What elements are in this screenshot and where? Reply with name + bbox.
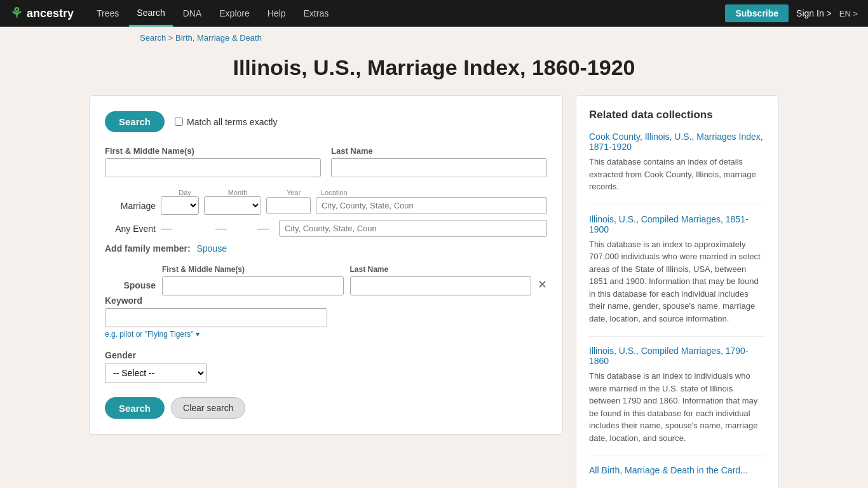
- year-sub-label: Year: [271, 189, 316, 196]
- collection-item-0: Cook County, Illinois, U.S., Marriages I…: [589, 132, 766, 193]
- first-name-label: First & Middle Name(s): [105, 146, 321, 156]
- top-navigation: ⚘ ancestry Trees Search DNA Explore Help…: [0, 0, 868, 27]
- subscribe-button[interactable]: Subscribe: [725, 4, 789, 22]
- divider-1: [589, 336, 766, 337]
- spouse-row: Spouse First & Middle Name(s) Last Name …: [105, 265, 547, 295]
- marriage-row: Marriage: [105, 196, 547, 215]
- search-panel: Search Match all terms exactly First & M…: [89, 95, 563, 435]
- match-exact-label[interactable]: Match all terms exactly: [175, 117, 277, 127]
- collection-link-1[interactable]: Illinois, U.S., Compiled Marriages, 1851…: [589, 214, 766, 234]
- last-name-group: Last Name: [331, 146, 547, 177]
- nav-link-explore[interactable]: Explore: [212, 0, 257, 27]
- bottom-buttons: Search Clear search: [105, 397, 547, 419]
- any-event-dash3: —: [257, 222, 269, 235]
- marriage-location-input[interactable]: [316, 197, 547, 214]
- search-top-bar: Search Match all terms exactly: [105, 111, 547, 132]
- breadcrumb: Search > Birth, Marriage & Death: [0, 27, 868, 49]
- keyword-section: Keyword e.g. pilot or "Flying Tigers" ▾: [105, 295, 547, 339]
- last-name-input[interactable]: [331, 158, 547, 177]
- divider-2: [589, 456, 766, 456]
- name-row: First & Middle Name(s) Last Name: [105, 146, 547, 177]
- any-event-row: Any Event — — —: [105, 220, 547, 237]
- related-title: Related data collections: [589, 109, 766, 121]
- nav-link-extras[interactable]: Extras: [296, 0, 337, 27]
- right-panel: Related data collections Cook County, Il…: [576, 95, 779, 488]
- nav-link-dna[interactable]: DNA: [175, 0, 210, 27]
- marriage-label: Marriage: [105, 201, 156, 211]
- divider-0: [589, 205, 766, 205]
- language-selector[interactable]: EN >: [839, 9, 858, 18]
- any-event-label: Any Event: [105, 224, 156, 234]
- collection-link-0[interactable]: Cook County, Illinois, U.S., Marriages I…: [589, 132, 766, 152]
- any-event-location-input[interactable]: [279, 220, 547, 237]
- breadcrumb-separator: >: [168, 33, 175, 43]
- last-name-label: Last Name: [331, 146, 547, 156]
- main-layout: Search Match all terms exactly First & M…: [0, 95, 868, 488]
- signin-link[interactable]: Sign In >: [796, 8, 832, 18]
- day-sub-label: Day: [166, 189, 204, 196]
- collection-link-3[interactable]: All Birth, Marriage & Death in the Card.…: [589, 465, 766, 475]
- marriage-year-input[interactable]: [266, 197, 311, 214]
- spouse-last-name-col: Last Name: [350, 265, 532, 295]
- collection-item-2: Illinois, U.S., Compiled Marriages, 1790…: [589, 346, 766, 444]
- keyword-label: Keyword: [105, 295, 547, 306]
- month-sub-label: Month: [209, 189, 266, 196]
- any-event-dash2: —: [215, 222, 227, 235]
- remove-spouse-button[interactable]: ✕: [538, 278, 547, 295]
- spouse-first-name-input[interactable]: [162, 276, 344, 295]
- keyword-input[interactable]: [105, 308, 327, 327]
- gender-select[interactable]: -- Select -- Male Female: [105, 363, 207, 383]
- spouse-name-fields: First & Middle Name(s) Last Name: [162, 265, 531, 295]
- spouse-last-name-input[interactable]: [350, 276, 532, 295]
- gender-section: Gender -- Select -- Male Female: [105, 350, 547, 383]
- collection-item-1: Illinois, U.S., Compiled Marriages, 1851…: [589, 214, 766, 325]
- nav-link-search[interactable]: Search: [129, 0, 172, 27]
- match-exact-checkbox[interactable]: [175, 118, 183, 126]
- search-button-top[interactable]: Search: [105, 111, 165, 132]
- add-spouse-link[interactable]: Spouse: [196, 243, 226, 254]
- logo-text: ancestry: [27, 7, 74, 20]
- breadcrumb-category[interactable]: Birth, Marriage & Death: [175, 33, 262, 43]
- collection-desc-2: This database is an index to individuals…: [589, 370, 766, 444]
- nav-link-trees[interactable]: Trees: [89, 0, 126, 27]
- location-sub-label: Location: [321, 189, 547, 196]
- gender-label: Gender: [105, 350, 547, 360]
- spouse-last-name-label: Last Name: [350, 265, 532, 274]
- first-name-input[interactable]: [105, 158, 321, 177]
- spouse-first-name-label: First & Middle Name(s): [162, 265, 344, 274]
- clear-search-button[interactable]: Clear search: [171, 397, 245, 419]
- page-title: Illinois, U.S., Marriage Index, 1860-192…: [0, 49, 868, 95]
- date-sub-labels: Day Month Year Location: [166, 189, 547, 196]
- any-event-dash1: —: [161, 222, 172, 235]
- logo[interactable]: ⚘ ancestry: [10, 5, 74, 22]
- nav-right: Subscribe Sign In > EN >: [725, 4, 858, 22]
- spouse-first-name-col: First & Middle Name(s): [162, 265, 344, 295]
- add-family-label: Add family member:: [105, 243, 191, 254]
- breadcrumb-search[interactable]: Search: [140, 33, 166, 43]
- search-button-bottom[interactable]: Search: [105, 397, 165, 419]
- marriage-month-select[interactable]: [204, 196, 261, 215]
- marriage-day-select[interactable]: [161, 196, 199, 215]
- collection-desc-1: This database is an index to approximate…: [589, 238, 766, 325]
- collection-link-2[interactable]: Illinois, U.S., Compiled Marriages, 1790…: [589, 346, 766, 366]
- nav-link-help[interactable]: Help: [260, 0, 294, 27]
- nav-links: Trees Search DNA Explore Help Extras: [89, 0, 710, 27]
- add-family-section: Add family member: Spouse: [105, 243, 547, 254]
- first-name-group: First & Middle Name(s): [105, 146, 321, 177]
- marriage-event-section: Day Month Year Location Marriage Any Eve…: [105, 189, 547, 237]
- spouse-label: Spouse: [105, 280, 156, 295]
- keyword-hint[interactable]: e.g. pilot or "Flying Tigers" ▾: [105, 330, 547, 339]
- ancestry-leaf-icon: ⚘: [10, 5, 23, 22]
- collection-item-3: All Birth, Marriage & Death in the Card.…: [589, 465, 766, 475]
- collection-desc-0: This database contains an index of detai…: [589, 156, 766, 193]
- related-collections: Related data collections Cook County, Il…: [576, 95, 779, 488]
